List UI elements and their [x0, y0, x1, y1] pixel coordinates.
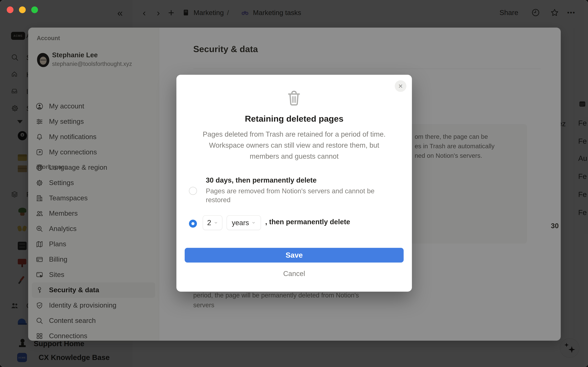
zoom-window-button[interactable]	[31, 7, 38, 13]
retention-number-select[interactable]: 2	[203, 215, 222, 230]
chevron-down-icon	[252, 221, 256, 225]
traffic-lights	[7, 7, 38, 13]
retention-number-value: 2	[207, 218, 211, 227]
cancel-button[interactable]: Cancel	[176, 270, 412, 278]
radio-30-days[interactable]	[189, 187, 197, 195]
close-button[interactable]: ✕	[395, 80, 406, 92]
minimize-window-button[interactable]	[19, 7, 26, 13]
chevron-down-icon	[214, 221, 218, 225]
save-button[interactable]: Save	[185, 248, 404, 263]
option-30-days-description: Pages are removed from Notion's servers …	[206, 187, 375, 204]
dialog-description: Pages deleted from Trash are retained fo…	[176, 129, 412, 162]
retaining-deleted-pages-dialog: ✕ Retaining deleted pages Pages deleted …	[176, 75, 412, 292]
close-window-button[interactable]	[7, 7, 14, 13]
trash-icon	[285, 88, 303, 108]
retention-unit-select[interactable]: years	[227, 215, 261, 230]
retention-unit-value: years	[232, 219, 249, 227]
description-line: Pages deleted from Trash are retained fo…	[176, 129, 412, 140]
option-30-days-title[interactable]: 30 days, then permanently delete	[206, 176, 317, 184]
option-description-line: Pages are removed from Notion's servers …	[206, 187, 375, 195]
description-line: members and guests cannot	[176, 151, 412, 162]
close-icon: ✕	[398, 83, 403, 90]
app-window: « ‹ › + Marketing / Marketing tasks Shar…	[0, 0, 588, 367]
radio-custom-period[interactable]	[189, 220, 197, 228]
option-custom-suffix: , then permanently delete	[265, 218, 350, 226]
option-description-line: restored	[206, 195, 375, 204]
dialog-title: Retaining deleted pages	[176, 114, 412, 124]
description-line: Workspace owners can still view and rest…	[176, 140, 412, 151]
